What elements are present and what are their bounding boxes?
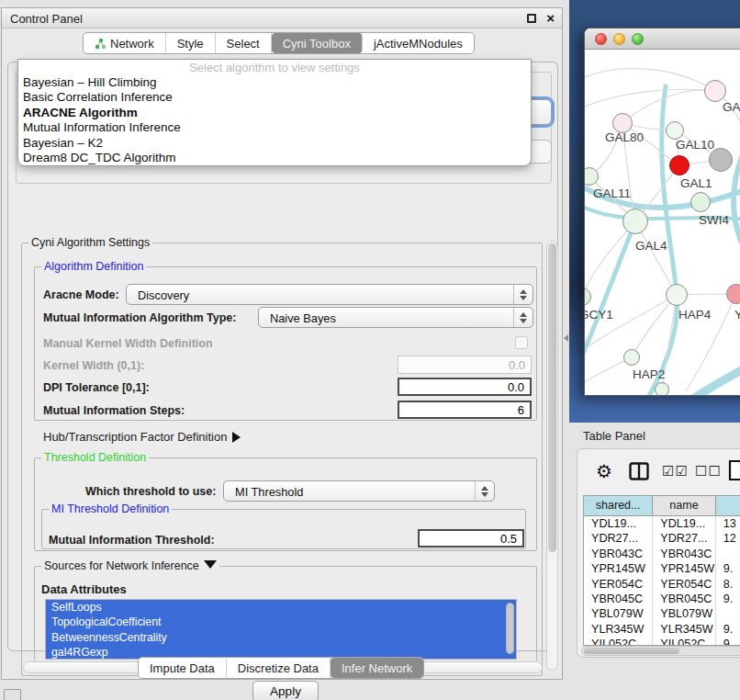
gene-node-hap2[interactable] (623, 349, 640, 366)
node-table[interactable]: shared... name YDL19...YDL19...13 YDR27.… (583, 495, 740, 646)
cell: YDL19... (584, 516, 653, 531)
table-row[interactable]: YDR27...YDR27...12 (584, 531, 740, 546)
gene-node-swi4[interactable] (690, 192, 711, 212)
close-traffic-light-icon[interactable] (595, 33, 607, 45)
column-header-partial[interactable] (716, 496, 740, 515)
tab-style[interactable]: Style (166, 33, 216, 53)
tab-discretize-data[interactable]: Discretize Data (227, 658, 331, 678)
dropdown-item[interactable]: Dream8 DC_TDC Algorithm (18, 151, 531, 165)
list-scrollbar-thumb[interactable] (506, 603, 514, 654)
mi-threshold-label: Mutual Information Threshold: (49, 534, 215, 547)
gene-node-gal4[interactable] (622, 209, 648, 234)
scrollbar-thumb[interactable] (584, 648, 679, 654)
settings-vertical-scrollbar[interactable] (546, 241, 558, 671)
gene-node-gal10[interactable] (666, 121, 684, 140)
table-row[interactable]: YDL19...YDL19...13 (584, 516, 740, 531)
tab-jactivemnodules[interactable]: jActiveMNodules (363, 33, 474, 53)
hub-definition-toggle[interactable]: Hub/Transcription Factor Definition (43, 430, 241, 444)
attribute-item[interactable]: SelfLoops (46, 600, 516, 615)
data-attributes-list[interactable]: SelfLoops TopologicalCoefficient Between… (45, 599, 517, 660)
table-row[interactable]: YLR345WYLR345W9. (584, 622, 740, 637)
tab-infer-network[interactable]: Infer Network (331, 658, 423, 678)
mi-threshold-field[interactable] (418, 529, 524, 548)
tab-label: Style (177, 37, 204, 51)
document-icon[interactable] (728, 459, 740, 481)
which-threshold-combobox[interactable]: MI Threshold (223, 480, 495, 502)
scrollbar-thumb[interactable] (548, 243, 556, 552)
mi-algorithm-type-combobox[interactable]: Naive Bayes (258, 307, 533, 328)
network-canvas[interactable]: GAL GAL80 GAL10 GAL1 GAL11 SWI4 GAL4 GCY… (585, 50, 740, 396)
table-row[interactable]: YPR145WYPR145W9. (584, 561, 740, 576)
mi-steps-field[interactable] (398, 401, 532, 419)
network-window-titlebar[interactable] (585, 28, 740, 50)
attribute-item[interactable]: BetweennessCentrality (46, 630, 516, 645)
algorithm-dropdown: Select algorithm to view settings Bayesi… (17, 59, 532, 166)
table-toolbar: ⚙ ☑☑ ☐☐ (577, 457, 740, 488)
unchecked-checkboxes-icon[interactable]: ☐☐ (695, 463, 722, 480)
network-desktop: GAL GAL80 GAL10 GAL1 GAL11 SWI4 GAL4 GCY… (569, 0, 740, 423)
aracne-mode-combobox[interactable]: Discovery (126, 284, 533, 305)
table-row[interactable]: YBL079WYBL079W (584, 606, 740, 621)
checked-checkboxes-icon[interactable]: ☑☑ (662, 463, 689, 480)
node-label-hap2: HAP2 (633, 367, 665, 381)
dropdown-item-selected[interactable]: ARACNE Algorithm (18, 106, 531, 120)
cell: 9. (716, 561, 740, 576)
node-label-hap4: HAP4 (678, 308, 711, 322)
bottom-tabbar: Impute Data Discretize Data Infer Networ… (138, 657, 424, 679)
table-header-row: shared... name (584, 496, 740, 516)
kernel-width-field[interactable] (398, 356, 532, 374)
column-header-name[interactable]: name (653, 496, 715, 515)
gene-node-salmon[interactable] (726, 284, 740, 304)
table-row[interactable]: YER054CYER054C8. (584, 577, 740, 592)
stepper-arrows-icon (475, 481, 494, 501)
gear-icon[interactable]: ⚙ (596, 460, 612, 482)
dropdown-item[interactable]: Mutual Information Inference (18, 120, 531, 135)
zoom-traffic-light-icon[interactable] (632, 33, 644, 45)
splitter-collapse-arrow[interactable] (564, 334, 568, 342)
sources-toggle[interactable]: Sources for Network Inference (41, 559, 219, 572)
combobox-value: Naive Bayes (270, 311, 336, 325)
split-columns-icon[interactable] (629, 462, 649, 480)
sources-title: Sources for Network Inference (44, 559, 199, 572)
table-row[interactable]: YIL052CYIL052C9 (584, 637, 740, 646)
tab-impute-data[interactable]: Impute Data (139, 658, 227, 678)
dropdown-item[interactable]: Basic Correlation Inference (18, 90, 531, 105)
table-panel: Table Panel ⚙ ☑☑ ☐☐ shared... name YDL19… (569, 423, 740, 700)
cell: YDL19... (653, 516, 715, 531)
table-horizontal-scrollbar[interactable] (581, 646, 740, 656)
gene-node[interactable] (655, 382, 669, 396)
table-row[interactable]: YBR043CYBR043C (584, 547, 740, 561)
table-row[interactable]: YBR045CYBR045C9. (584, 592, 740, 606)
float-window-icon[interactable] (527, 14, 536, 23)
grip-icon[interactable] (4, 689, 21, 700)
control-panel-tabbar: Network Style Select Cyni Toolbox jActiv… (83, 32, 475, 54)
tab-network[interactable]: Network (84, 33, 166, 53)
tab-label: Infer Network (342, 661, 412, 675)
cell: 9. (716, 622, 740, 637)
control-panel-titlebar: Control Panel × (2, 8, 562, 28)
combobox-value: Discovery (138, 288, 189, 302)
attribute-item[interactable]: TopologicalCoefficient (46, 615, 516, 629)
tab-select[interactable]: Select (216, 33, 272, 53)
manual-kernel-width-checkbox[interactable] (515, 336, 528, 349)
dropdown-item[interactable]: Bayesian – Hill Climbing (18, 75, 531, 90)
cell: YIL052C (584, 637, 653, 646)
column-header-shared-name[interactable]: shared... (584, 496, 653, 515)
gene-node-hap4[interactable] (666, 284, 688, 306)
cell: YIL052C (653, 637, 715, 646)
close-icon[interactable]: × (546, 10, 555, 26)
tab-cyni-toolbox[interactable]: Cyni Toolbox (272, 33, 363, 53)
minimize-traffic-light-icon[interactable] (613, 33, 625, 45)
tab-label: Network (110, 37, 154, 51)
gene-node-gal1[interactable] (669, 155, 690, 175)
dpi-tolerance-field[interactable] (398, 378, 532, 396)
stepper-arrows-icon (513, 308, 533, 327)
cell: YBL079W (653, 606, 715, 621)
collapsed-arrow-icon (232, 432, 241, 443)
combobox-value: MI Threshold (235, 485, 303, 499)
node-label-partial: Y (734, 308, 740, 322)
apply-button[interactable]: Apply (252, 681, 319, 700)
network-view-window[interactable]: GAL GAL80 GAL10 GAL1 GAL11 SWI4 GAL4 GCY… (584, 28, 740, 396)
gene-node[interactable] (704, 80, 726, 102)
dropdown-item[interactable]: Bayesian – K2 (18, 136, 531, 151)
